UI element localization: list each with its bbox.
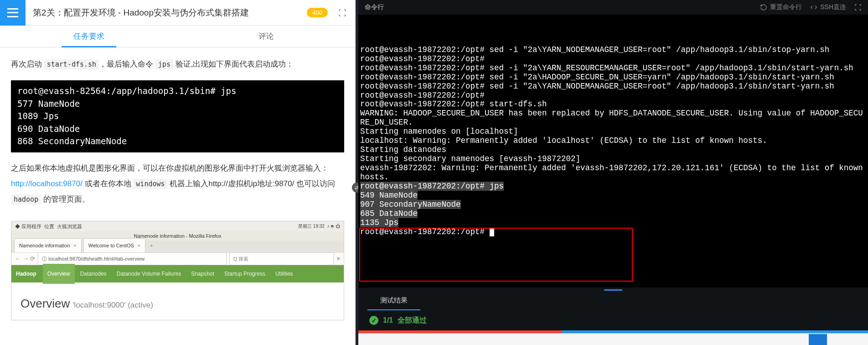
- ff-url-input: ⓘ localhost:9870/dfshealth.html#tab-over…: [38, 252, 227, 265]
- fullscreen-button[interactable]: [854, 4, 862, 11]
- tab-comments[interactable]: 评论: [178, 26, 356, 47]
- hadoop-brand: Hadoop: [16, 268, 36, 279]
- task-content: 再次启动 start-dfs.sh，最后输入命令 jps 验证,出现如下界面代表…: [0, 47, 355, 345]
- jps-output-example: root@evassh-82564:/app/hadoop3.1/sbin# j…: [11, 80, 344, 152]
- result-tabs: 测试结果: [358, 292, 868, 310]
- task-title: 第2关：配置开发环境 - Hadoop安装与伪分布式集群搭建: [26, 7, 307, 19]
- terminal-tab-label: 命令行: [365, 3, 384, 11]
- ff-url-bar: ← → ⟳ ⓘ localhost:9870/dfshealth.html#ta…: [11, 252, 344, 265]
- ff-browser-tabs: Namenode information× Welcome to CentOS×…: [11, 240, 344, 252]
- check-icon: ✓: [369, 316, 378, 325]
- terminal-header: 命令行 重置命令行 SSH直连: [358, 0, 868, 15]
- nav-volume-failures: Datanode Volume Failures: [112, 264, 186, 284]
- taskbar-app-icon: [809, 334, 827, 345]
- localhost-link[interactable]: http://localhost:9870/: [11, 179, 83, 188]
- nav-startup: Startup Progress: [220, 264, 270, 284]
- hamburger-icon: [7, 8, 18, 17]
- result-drag-handle[interactable]: [358, 288, 868, 292]
- menu-button[interactable]: [0, 0, 26, 26]
- ff-tab-2: Welcome to CentOS×: [83, 238, 146, 252]
- nav-utilities: Utilities: [271, 264, 298, 284]
- nav-snapshot: Snapshot: [186, 264, 219, 284]
- code-jps: jps: [155, 59, 173, 69]
- ff-search-input: Q 搜索: [229, 252, 334, 265]
- expand-icon: [338, 9, 346, 17]
- code-hadoop: hadoop: [11, 194, 41, 204]
- score-badge: 400: [307, 8, 328, 17]
- ff-tab-1: Namenode information×: [14, 238, 82, 252]
- firefox-screenshot: ◆ 应用程序 位置 火狐浏览器 星期三 19:32 ♪ ⬘ ⏻ Namenode…: [11, 221, 344, 320]
- task-panel: 第2关：配置开发环境 - Hadoop安装与伪分布式集群搭建 400 任务要求 …: [0, 0, 356, 345]
- nav-datanodes: Datanodes: [76, 264, 111, 284]
- instruction-text-2: 之后如果你本地虚拟机是图形化界面，可以在你虚拟机的图形化界面中打开火狐浏览器输入…: [11, 161, 344, 207]
- ssh-button[interactable]: SSH直连: [810, 3, 846, 11]
- result-body: ✓ 1/1 全部通过: [358, 310, 868, 330]
- expand-button[interactable]: [333, 4, 351, 22]
- instruction-text: 再次启动 start-dfs.sh，最后输入命令 jps 验证,出现如下界面代表…: [11, 57, 344, 72]
- terminal-panel: 命令行 重置命令行 SSH直连 root@evassh-19872202:/op…: [358, 0, 868, 345]
- result-count: 1/1: [383, 316, 393, 324]
- result-tab-tests[interactable]: 测试结果: [367, 292, 420, 311]
- hadoop-nav: Hadoop Overview Datanodes Datanode Volum…: [11, 265, 344, 282]
- fullscreen-icon: [854, 4, 862, 11]
- overview-heading: Overview'localhost:9000' (active): [21, 292, 335, 315]
- reset-terminal-button[interactable]: 重置命令行: [760, 3, 802, 11]
- content-tabs: 任务要求 评论: [0, 26, 355, 47]
- tab-requirements[interactable]: 任务要求: [0, 26, 178, 47]
- ff-system-bar: ◆ 应用程序 位置 火狐浏览器 星期三 19:32 ♪ ⬘ ⏻: [11, 221, 344, 231]
- code-start-dfs: start-dfs.sh: [44, 59, 99, 69]
- task-header: 第2关：配置开发环境 - Hadoop安装与伪分布式集群搭建 400: [0, 0, 355, 26]
- hadoop-overview-body: Overview'localhost:9000' (active): [11, 282, 344, 320]
- nav-overview: Overview: [43, 264, 75, 284]
- terminal-output[interactable]: root@evassh-19872202:/opt# sed -i "2a\YA…: [358, 15, 868, 288]
- taskbar-strip: [358, 333, 868, 345]
- result-pass: 全部通过: [398, 316, 427, 325]
- ssh-icon: [810, 4, 817, 11]
- code-windows: windows: [133, 179, 167, 189]
- refresh-icon: [760, 4, 767, 11]
